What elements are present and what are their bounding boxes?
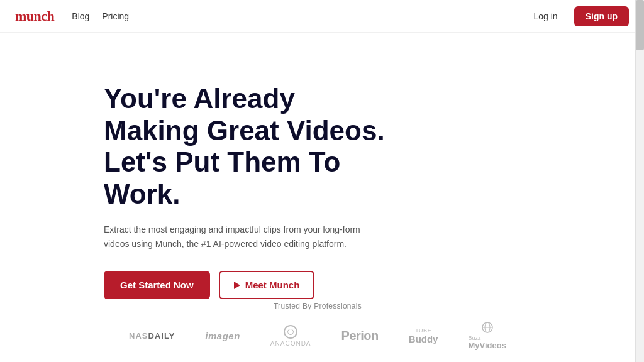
get-started-button[interactable]: Get Started Now <box>104 271 210 299</box>
nav-pricing[interactable]: Pricing <box>102 11 129 21</box>
scrollbar[interactable] <box>635 0 644 362</box>
logo-anaconda: ANACONDA <box>270 325 311 347</box>
meet-munch-button[interactable]: Meet Munch <box>219 271 315 299</box>
logo-imagen: imagen <box>205 331 240 341</box>
logo-tubebuddy: Tube Buddy <box>409 327 438 344</box>
play-icon <box>234 282 240 289</box>
login-button[interactable]: Log in <box>528 8 564 25</box>
hero-subtitle: Extract the most engaging and impactful … <box>104 222 374 251</box>
hero-buttons: Get Started Now Meet Munch <box>104 271 390 299</box>
hero-title: You're Already Making Great Videos. Let'… <box>104 83 390 210</box>
globe-icon <box>482 322 493 333</box>
signup-button[interactable]: Sign up <box>574 6 629 26</box>
logo-nasdaily: NASDAILY <box>129 331 175 341</box>
logos-row: NASDAILY imagen ANACONDA Perion Tube Bud… <box>129 322 506 349</box>
scrollbar-thumb[interactable] <box>636 0 644 50</box>
logo-perion: Perion <box>341 329 379 343</box>
anaconda-text: ANACONDA <box>270 340 311 347</box>
nav-blog[interactable]: Blog <box>72 11 89 21</box>
hero-section: You're Already Making Great Videos. Let'… <box>0 33 390 324</box>
trusted-section: Trusted By Professionals NASDAILY imagen… <box>0 302 635 349</box>
meet-munch-label: Meet Munch <box>245 280 300 290</box>
anaconda-inner-icon <box>287 329 294 335</box>
logo-buzzvideos: Buzz MyVideos <box>468 322 506 349</box>
brand-logo[interactable]: munch <box>15 8 54 25</box>
navbar: munch Blog Pricing Log in Sign up <box>0 0 644 33</box>
anaconda-circle-icon <box>284 325 297 339</box>
trusted-label: Trusted By Professionals <box>274 302 362 310</box>
nav-right: Log in Sign up <box>528 6 629 26</box>
nav-links: Blog Pricing <box>72 11 527 21</box>
